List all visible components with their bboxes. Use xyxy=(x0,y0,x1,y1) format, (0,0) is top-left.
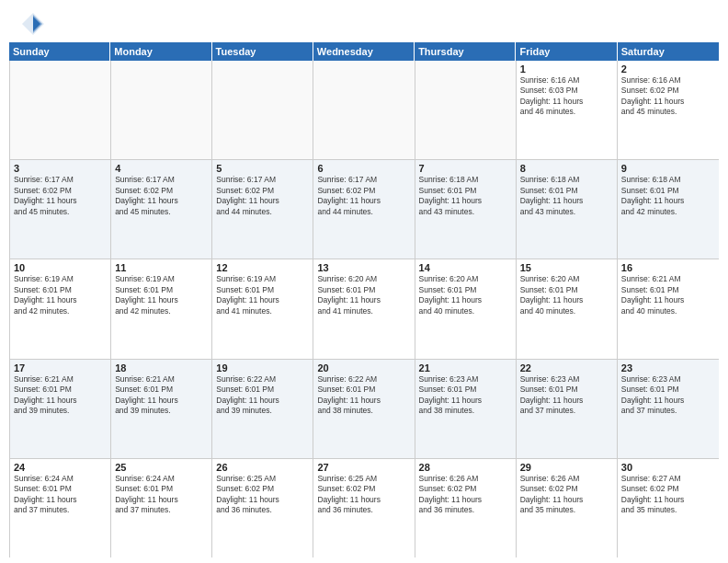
day-info: Sunrise: 6:19 AM Sunset: 6:01 PM Dayligh… xyxy=(115,274,208,316)
calendar-cell: 8Sunrise: 6:18 AM Sunset: 6:01 PM Daylig… xyxy=(517,160,618,259)
day-number: 14 xyxy=(419,262,512,273)
calendar-header: SundayMondayTuesdayWednesdayThursdayFrid… xyxy=(9,42,719,61)
calendar-cell: 23Sunrise: 6:23 AM Sunset: 6:01 PM Dayli… xyxy=(618,360,719,458)
calendar-cell: 30Sunrise: 6:27 AM Sunset: 6:02 PM Dayli… xyxy=(618,459,719,557)
calendar-cell xyxy=(313,61,415,159)
calendar-cell: 21Sunrise: 6:23 AM Sunset: 6:01 PM Dayli… xyxy=(415,360,517,458)
day-info: Sunrise: 6:25 AM Sunset: 6:02 PM Dayligh… xyxy=(216,474,309,516)
calendar-cell xyxy=(415,61,517,159)
day-info: Sunrise: 6:17 AM Sunset: 6:02 PM Dayligh… xyxy=(216,175,309,217)
calendar-cell: 26Sunrise: 6:25 AM Sunset: 6:02 PM Dayli… xyxy=(212,459,313,557)
day-number: 28 xyxy=(419,462,512,473)
calendar-row: 1Sunrise: 6:16 AM Sunset: 6:03 PM Daylig… xyxy=(10,61,719,160)
day-number: 24 xyxy=(14,462,107,473)
day-number: 12 xyxy=(216,262,309,273)
day-number: 15 xyxy=(520,262,613,273)
day-header-sunday: Sunday xyxy=(9,42,110,61)
day-info: Sunrise: 6:18 AM Sunset: 6:01 PM Dayligh… xyxy=(419,175,512,217)
day-info: Sunrise: 6:23 AM Sunset: 6:01 PM Dayligh… xyxy=(520,374,613,417)
calendar-cell: 9Sunrise: 6:18 AM Sunset: 6:01 PM Daylig… xyxy=(618,160,719,259)
day-number: 4 xyxy=(115,163,208,174)
day-number: 8 xyxy=(520,163,613,174)
day-info: Sunrise: 6:27 AM Sunset: 6:02 PM Dayligh… xyxy=(621,474,715,516)
day-info: Sunrise: 6:20 AM Sunset: 6:01 PM Dayligh… xyxy=(520,274,613,316)
day-info: Sunrise: 6:18 AM Sunset: 6:01 PM Dayligh… xyxy=(520,175,613,217)
calendar-cell: 27Sunrise: 6:25 AM Sunset: 6:02 PM Dayli… xyxy=(313,459,415,557)
calendar-cell: 25Sunrise: 6:24 AM Sunset: 6:01 PM Dayli… xyxy=(111,459,212,557)
calendar-row: 10Sunrise: 6:19 AM Sunset: 6:01 PM Dayli… xyxy=(10,259,719,359)
calendar-cell: 29Sunrise: 6:26 AM Sunset: 6:02 PM Dayli… xyxy=(517,459,618,557)
day-number: 6 xyxy=(317,163,410,174)
day-info: Sunrise: 6:26 AM Sunset: 6:02 PM Dayligh… xyxy=(520,474,613,516)
calendar-cell xyxy=(212,61,313,159)
day-number: 5 xyxy=(216,163,309,174)
day-info: Sunrise: 6:17 AM Sunset: 6:02 PM Dayligh… xyxy=(317,175,410,217)
day-header-friday: Friday xyxy=(516,42,617,61)
day-info: Sunrise: 6:21 AM Sunset: 6:01 PM Dayligh… xyxy=(115,374,208,417)
page: SundayMondayTuesdayWednesdayThursdayFrid… xyxy=(0,0,728,563)
calendar-cell: 3Sunrise: 6:17 AM Sunset: 6:02 PM Daylig… xyxy=(10,160,111,259)
calendar-cell: 13Sunrise: 6:20 AM Sunset: 6:01 PM Dayli… xyxy=(313,259,415,358)
day-number: 3 xyxy=(14,163,107,174)
logo xyxy=(17,11,46,37)
calendar-cell: 24Sunrise: 6:24 AM Sunset: 6:01 PM Dayli… xyxy=(10,459,111,557)
day-info: Sunrise: 6:16 AM Sunset: 6:03 PM Dayligh… xyxy=(520,75,613,118)
day-number: 11 xyxy=(115,262,208,273)
calendar-cell: 12Sunrise: 6:19 AM Sunset: 6:01 PM Dayli… xyxy=(212,259,313,358)
calendar-cell: 2Sunrise: 6:16 AM Sunset: 6:02 PM Daylig… xyxy=(618,61,719,159)
day-number: 25 xyxy=(115,462,208,473)
day-header-tuesday: Tuesday xyxy=(212,42,313,61)
day-number: 21 xyxy=(419,362,512,373)
calendar-row: 17Sunrise: 6:21 AM Sunset: 6:01 PM Dayli… xyxy=(10,360,719,459)
logo-icon xyxy=(20,11,46,37)
day-number: 20 xyxy=(317,362,410,373)
calendar-cell: 28Sunrise: 6:26 AM Sunset: 6:02 PM Dayli… xyxy=(415,459,517,557)
day-info: Sunrise: 6:18 AM Sunset: 6:01 PM Dayligh… xyxy=(621,175,715,217)
day-number: 18 xyxy=(115,362,208,373)
calendar-cell: 22Sunrise: 6:23 AM Sunset: 6:01 PM Dayli… xyxy=(517,360,618,458)
calendar-cell: 19Sunrise: 6:22 AM Sunset: 6:01 PM Dayli… xyxy=(212,360,313,458)
calendar-row: 24Sunrise: 6:24 AM Sunset: 6:01 PM Dayli… xyxy=(10,459,719,557)
day-header-wednesday: Wednesday xyxy=(313,42,415,61)
day-info: Sunrise: 6:23 AM Sunset: 6:01 PM Dayligh… xyxy=(419,374,512,417)
day-number: 10 xyxy=(14,262,107,273)
day-info: Sunrise: 6:17 AM Sunset: 6:02 PM Dayligh… xyxy=(115,175,208,217)
day-info: Sunrise: 6:20 AM Sunset: 6:01 PM Dayligh… xyxy=(317,274,410,316)
calendar-body: 1Sunrise: 6:16 AM Sunset: 6:03 PM Daylig… xyxy=(9,61,719,557)
day-number: 22 xyxy=(520,362,613,373)
day-info: Sunrise: 6:21 AM Sunset: 6:01 PM Dayligh… xyxy=(14,374,107,417)
day-number: 17 xyxy=(14,362,107,373)
calendar-cell: 18Sunrise: 6:21 AM Sunset: 6:01 PM Dayli… xyxy=(111,360,212,458)
day-info: Sunrise: 6:24 AM Sunset: 6:01 PM Dayligh… xyxy=(14,474,107,516)
calendar-cell: 1Sunrise: 6:16 AM Sunset: 6:03 PM Daylig… xyxy=(517,61,618,159)
day-number: 30 xyxy=(621,462,715,473)
day-info: Sunrise: 6:22 AM Sunset: 6:01 PM Dayligh… xyxy=(216,374,309,417)
day-info: Sunrise: 6:23 AM Sunset: 6:01 PM Dayligh… xyxy=(621,374,715,417)
day-header-thursday: Thursday xyxy=(415,42,516,61)
day-number: 19 xyxy=(216,362,309,373)
day-info: Sunrise: 6:19 AM Sunset: 6:01 PM Dayligh… xyxy=(216,274,309,316)
day-header-saturday: Saturday xyxy=(618,42,719,61)
calendar-cell xyxy=(111,61,212,159)
calendar-cell: 11Sunrise: 6:19 AM Sunset: 6:01 PM Dayli… xyxy=(111,259,212,358)
day-number: 7 xyxy=(419,163,512,174)
day-info: Sunrise: 6:22 AM Sunset: 6:01 PM Dayligh… xyxy=(317,374,410,417)
day-info: Sunrise: 6:19 AM Sunset: 6:01 PM Dayligh… xyxy=(14,274,107,316)
calendar-cell: 14Sunrise: 6:20 AM Sunset: 6:01 PM Dayli… xyxy=(415,259,517,358)
calendar: SundayMondayTuesdayWednesdayThursdayFrid… xyxy=(0,42,728,563)
day-number: 29 xyxy=(520,462,613,473)
calendar-cell: 7Sunrise: 6:18 AM Sunset: 6:01 PM Daylig… xyxy=(415,160,517,259)
header xyxy=(0,0,728,42)
day-number: 1 xyxy=(520,63,613,75)
calendar-cell: 20Sunrise: 6:22 AM Sunset: 6:01 PM Dayli… xyxy=(313,360,415,458)
day-info: Sunrise: 6:26 AM Sunset: 6:02 PM Dayligh… xyxy=(419,474,512,516)
day-number: 13 xyxy=(317,262,410,273)
day-info: Sunrise: 6:16 AM Sunset: 6:02 PM Dayligh… xyxy=(621,75,715,118)
calendar-cell: 6Sunrise: 6:17 AM Sunset: 6:02 PM Daylig… xyxy=(313,160,415,259)
calendar-cell: 17Sunrise: 6:21 AM Sunset: 6:01 PM Dayli… xyxy=(10,360,111,458)
day-number: 2 xyxy=(621,63,715,75)
calendar-cell: 4Sunrise: 6:17 AM Sunset: 6:02 PM Daylig… xyxy=(111,160,212,259)
calendar-cell: 15Sunrise: 6:20 AM Sunset: 6:01 PM Dayli… xyxy=(517,259,618,358)
calendar-row: 3Sunrise: 6:17 AM Sunset: 6:02 PM Daylig… xyxy=(10,160,719,259)
day-info: Sunrise: 6:24 AM Sunset: 6:01 PM Dayligh… xyxy=(115,474,208,516)
